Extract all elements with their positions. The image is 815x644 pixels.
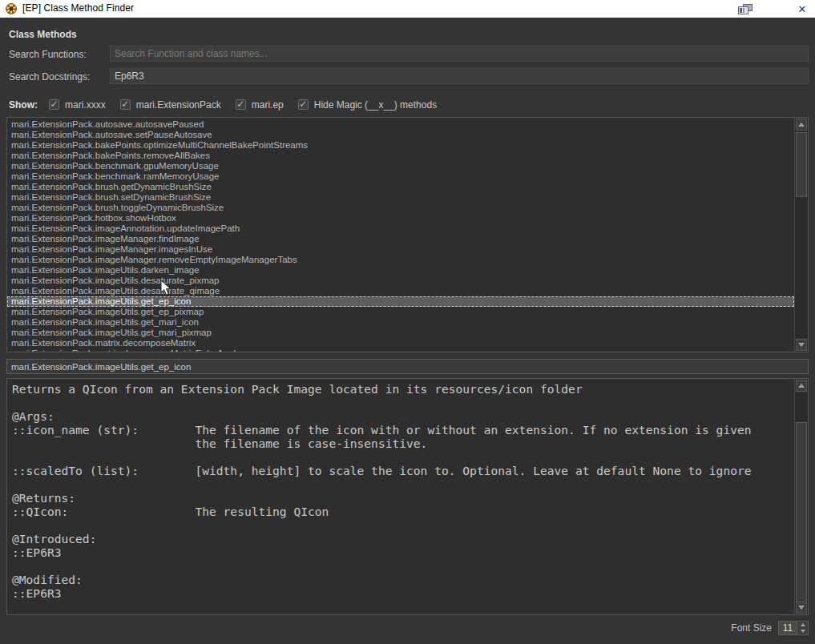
- scrollbar-track[interactable]: [796, 131, 807, 338]
- method-list-item[interactable]: mari.ExtensionPack.bakePoints.optimizeMu…: [7, 140, 794, 151]
- method-list-item[interactable]: mari.ExtensionPack.hotbox.showHotbox: [7, 213, 794, 223]
- method-list-item[interactable]: mari.ExtensionPack.autosave.setPauseAuto…: [7, 130, 794, 140]
- method-list-item[interactable]: mari.ExtensionPack.brush.getDynamicBrush…: [7, 182, 794, 192]
- method-list-item[interactable]: mari.ExtensionPack.brush.toggleDynamicBr…: [7, 203, 794, 213]
- arrow-down-icon: [801, 630, 805, 633]
- filter-checkbox-label: mari.xxxx: [65, 99, 106, 111]
- scroll-down-button[interactable]: [796, 339, 807, 351]
- docstring-scrollbar[interactable]: [794, 379, 808, 614]
- method-list[interactable]: mari.ExtensionPack.autosave.autosavePaus…: [7, 118, 794, 352]
- font-size-input[interactable]: [779, 622, 797, 634]
- checkbox-icon: ✓: [120, 99, 131, 110]
- method-list-item[interactable]: mari.ExtensionPack.imageUtils.darken_ima…: [7, 265, 794, 276]
- class-method-finder-window: [EP] Class Method Finder ✕ Class Methods…: [0, 0, 815, 644]
- method-list-frame: mari.ExtensionPack.autosave.autosavePaus…: [6, 117, 809, 352]
- docstring-panel[interactable]: Returns a QIcon from an Extension Pack I…: [6, 378, 809, 615]
- app-icon: [6, 3, 17, 14]
- method-list-item[interactable]: mari.ExtensionPack.bakePoints.removeAllB…: [7, 151, 794, 161]
- method-list-item[interactable]: mari.ExtensionPack.benchmark.ramMemoryUs…: [7, 171, 794, 182]
- titlebar: [EP] Class Method Finder ✕: [0, 0, 815, 18]
- checkbox-icon: ✓: [236, 99, 246, 110]
- filter-checkbox[interactable]: ✓mari.ep: [236, 99, 284, 111]
- method-list-item[interactable]: mari.ExtensionPack.imageUtils.get_ep_pix…: [7, 307, 794, 317]
- method-list-item[interactable]: mari.ExtensionPack.autosave.autosavePaus…: [7, 119, 794, 130]
- method-list-item[interactable]: mari.ExtensionPack.imageUtils.desaturate…: [7, 276, 794, 286]
- filter-checkbox-label: mari.ep: [252, 99, 284, 111]
- method-list-item[interactable]: mari.ExtensionPack.matrix.decomposeMatri…: [7, 348, 794, 352]
- scroll-down-button[interactable]: [796, 602, 807, 614]
- search-docstrings-label: Search Docstrings:: [9, 71, 90, 83]
- arrow-up-icon: [801, 623, 805, 626]
- method-list-item[interactable]: mari.ExtensionPack.matrix.decomposeMatri…: [7, 338, 794, 348]
- method-list-item[interactable]: mari.ExtensionPack.imageManager.removeEm…: [7, 255, 794, 265]
- scroll-up-button[interactable]: [796, 119, 807, 131]
- checkbox-icon: ✓: [49, 99, 59, 110]
- filter-checkbox[interactable]: ✓Hide Magic (__x__) methods: [298, 99, 437, 111]
- spin-up-button[interactable]: [797, 622, 808, 628]
- method-list-item[interactable]: mari.ExtensionPack.benchmark.gpuMemoryUs…: [7, 161, 794, 171]
- arrow-up-icon: [798, 384, 805, 388]
- docstring-text: Returns a QIcon from an Extension Pack I…: [12, 382, 793, 600]
- font-size-spinbox[interactable]: [778, 621, 809, 635]
- arrow-down-icon: [798, 606, 805, 610]
- method-list-item[interactable]: mari.ExtensionPack.imageUtils.desaturate…: [7, 286, 794, 296]
- method-list-item[interactable]: mari.ExtensionPack.imageUtils.get_mari_i…: [7, 317, 794, 328]
- filter-checkbox-label: Hide Magic (__x__) methods: [314, 99, 437, 111]
- selected-method-field[interactable]: [6, 359, 809, 374]
- search-functions-label: Search Functions:: [9, 49, 87, 60]
- filters-checkboxes: ✓mari.xxxx✓mari.ExtensionPack✓mari.ep✓Hi…: [49, 99, 451, 111]
- font-size-label: Font Size: [731, 622, 772, 634]
- scrollbar-thumb[interactable]: [796, 422, 807, 603]
- footer: Font Size: [731, 620, 809, 636]
- filters-row: Show: ✓mari.xxxx✓mari.ExtensionPack✓mari…: [9, 98, 451, 111]
- filter-checkbox-label: mari.ExtensionPack: [136, 99, 221, 111]
- search-docstrings-input[interactable]: [110, 68, 809, 84]
- dock-float-button[interactable]: [738, 4, 753, 14]
- close-button[interactable]: ✕: [789, 0, 815, 18]
- method-list-item[interactable]: mari.ExtensionPack.imageUtils.get_mari_p…: [7, 328, 794, 338]
- scrollbar-track[interactable]: [796, 392, 807, 601]
- spin-down-button[interactable]: [797, 628, 808, 634]
- method-list-item[interactable]: mari.ExtensionPack.imageManager.imagesIn…: [7, 244, 794, 255]
- scrollbar-thumb[interactable]: [796, 132, 807, 197]
- filter-checkbox[interactable]: ✓mari.xxxx: [49, 99, 106, 111]
- section-title: Class Methods: [9, 29, 77, 40]
- close-icon: ✕: [798, 4, 807, 14]
- show-label: Show:: [9, 99, 38, 111]
- method-list-item[interactable]: mari.ExtensionPack.imageAnnotation.updat…: [7, 223, 794, 234]
- method-list-scrollbar[interactable]: [794, 118, 808, 352]
- window-title: [EP] Class Method Finder: [22, 2, 134, 14]
- search-functions-input[interactable]: [110, 46, 809, 62]
- scroll-up-button[interactable]: [796, 380, 807, 392]
- method-list-item[interactable]: mari.ExtensionPack.brush.setDynamicBrush…: [7, 192, 794, 203]
- filter-checkbox[interactable]: ✓mari.ExtensionPack: [120, 99, 221, 111]
- method-list-item[interactable]: mari.ExtensionPack.imageManager.findImag…: [7, 234, 794, 244]
- arrow-up-icon: [798, 123, 805, 127]
- method-list-item[interactable]: mari.ExtensionPack.imageUtils.get_ep_ico…: [7, 296, 794, 307]
- checkbox-icon: ✓: [298, 99, 309, 110]
- arrow-down-icon: [798, 343, 805, 347]
